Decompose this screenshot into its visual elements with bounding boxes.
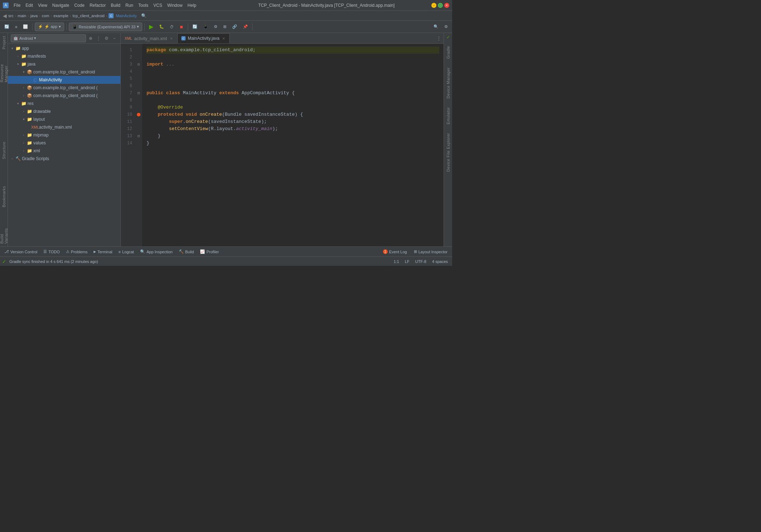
- tree-item-drawable[interactable]: › 📁 drawable: [8, 107, 120, 115]
- device-selector[interactable]: 📱 Resizable (Experimental) API 33 ▾: [69, 23, 142, 31]
- tree-item-mainactivity[interactable]: C MainActivity: [8, 76, 120, 84]
- fold-icon-3[interactable]: ⊟: [138, 62, 140, 67]
- avd-btn[interactable]: 📱: [201, 23, 210, 31]
- expand-arrow-res[interactable]: ▾: [15, 101, 21, 106]
- panel-icon-minimize[interactable]: −: [111, 35, 118, 42]
- sidebar-label-bookmarks[interactable]: Bookmarks: [1, 183, 7, 210]
- menu-code[interactable]: Code: [72, 2, 87, 9]
- code-editor[interactable]: 1 2 3 4 5 6 7 8 9 10 11 12 13 14 ⊟: [121, 44, 444, 246]
- fold-icon-7[interactable]: ⊟: [138, 91, 140, 95]
- menu-run[interactable]: Run: [123, 2, 135, 9]
- tab-close-java[interactable]: ✕: [221, 36, 226, 40]
- debug-button[interactable]: 🐛: [157, 23, 166, 31]
- tree-item-res[interactable]: ▾ 📁 res: [8, 100, 120, 107]
- layout-btn[interactable]: ⊞: [221, 23, 229, 31]
- menu-file[interactable]: File: [11, 2, 23, 9]
- menu-vcs[interactable]: VCS: [151, 2, 164, 9]
- panel-icon-list[interactable]: ⋮: [95, 35, 102, 42]
- sidebar-label-device-manager[interactable]: Device Manager: [446, 64, 450, 101]
- expand-arrow-mipmap[interactable]: ›: [21, 132, 27, 138]
- tab-profiler[interactable]: 📈 Profiler: [197, 247, 222, 257]
- expand-arrow-manifests[interactable]: ›: [15, 53, 21, 59]
- expand-arrow-values[interactable]: ›: [21, 140, 27, 146]
- tree-item-java[interactable]: ▾ 📁 java: [8, 60, 120, 68]
- stop-button[interactable]: ⏹: [177, 23, 186, 31]
- menu-window[interactable]: Window: [165, 2, 185, 9]
- sdk-btn[interactable]: ⚙: [212, 23, 220, 31]
- minimize-button[interactable]: −: [431, 3, 436, 8]
- expand-arrow-package3[interactable]: ›: [21, 93, 27, 99]
- sidebar-label-buildvariants[interactable]: Build Variants: [0, 221, 9, 246]
- toolbar-btn3[interactable]: ⬜: [21, 23, 30, 31]
- maximize-button[interactable]: □: [438, 3, 443, 8]
- expand-arrow-app[interactable]: ▾: [9, 45, 15, 51]
- expand-arrow-java[interactable]: ▾: [15, 61, 21, 67]
- menu-navigate[interactable]: Navigate: [50, 2, 71, 9]
- tab-todo[interactable]: ☰ TODO: [40, 247, 63, 257]
- menu-build[interactable]: Build: [109, 2, 123, 9]
- tab-event-log[interactable]: 1 Event Log: [380, 247, 410, 257]
- breadcrumb-java[interactable]: java: [30, 14, 38, 18]
- menu-view[interactable]: View: [36, 2, 49, 9]
- panel-icon-settings[interactable]: ⚙: [103, 35, 110, 42]
- sidebar-label-project[interactable]: Project: [1, 33, 7, 52]
- breadcrumb-main[interactable]: main: [18, 14, 26, 18]
- expand-arrow-package[interactable]: ▾: [21, 69, 27, 75]
- run-button[interactable]: ▶: [147, 23, 155, 31]
- tree-item-layout[interactable]: ▾ 📁 layout: [8, 115, 120, 123]
- sync-btn2[interactable]: 🔄: [190, 23, 200, 31]
- status-position[interactable]: 1:1: [392, 259, 401, 264]
- search-everywhere-icon[interactable]: 🔍: [141, 13, 147, 18]
- connect-btn[interactable]: 🔗: [230, 23, 239, 31]
- tab-problems[interactable]: ⚠ Problems: [63, 247, 91, 257]
- breadcrumb-example[interactable]: example: [53, 14, 68, 18]
- tab-close-xml[interactable]: ✕: [169, 37, 173, 41]
- sidebar-label-device-file[interactable]: Device File Explorer: [446, 130, 450, 174]
- close-button[interactable]: ✕: [444, 3, 449, 8]
- toolbar-btn2[interactable]: ≡: [13, 23, 19, 31]
- tree-item-gradle[interactable]: › 🔨 Gradle Scripts: [8, 155, 120, 163]
- tree-item-app[interactable]: ▾ 📁 app: [8, 44, 120, 52]
- tree-item-mipmap[interactable]: › 📁 mipmap: [8, 131, 120, 139]
- tab-app-inspection[interactable]: 🔍 App Inspection: [137, 247, 176, 257]
- pin-btn[interactable]: 📌: [241, 23, 250, 31]
- tree-item-activity-xml[interactable]: XML activity_main.xml: [8, 123, 120, 131]
- tree-item-package[interactable]: ▾ 📦 com.example.tcp_client_android: [8, 68, 120, 76]
- breadcrumb-src[interactable]: src: [8, 14, 14, 18]
- profile-button[interactable]: ⏱: [168, 23, 176, 31]
- panel-icon-sync[interactable]: ⊕: [87, 35, 94, 42]
- tab-mainactivity-java[interactable]: C MainActivity.java ✕: [177, 33, 230, 43]
- tabs-overflow-menu[interactable]: ⋮: [434, 35, 444, 41]
- status-indent[interactable]: 4 spaces: [430, 259, 450, 264]
- expand-arrow-layout[interactable]: ▾: [21, 116, 27, 122]
- tab-activity-xml[interactable]: XML activity_main.xml ✕: [121, 33, 177, 43]
- breadcrumb-com[interactable]: com: [42, 14, 49, 18]
- status-line-ending[interactable]: LF: [403, 259, 412, 264]
- menu-refactor[interactable]: Refactor: [87, 2, 108, 9]
- fold-icon-13[interactable]: ⊟: [138, 134, 140, 138]
- tree-item-xml[interactable]: › 📁 xml: [8, 147, 120, 155]
- breakpoint-10[interactable]: [137, 113, 140, 116]
- settings-btn[interactable]: ⚙: [442, 23, 450, 31]
- menu-tools[interactable]: Tools: [136, 2, 150, 9]
- search-btn[interactable]: 🔍: [431, 23, 441, 31]
- tree-item-package3[interactable]: › 📦 com.example.tcp_client_android (: [8, 92, 120, 100]
- breadcrumb-package[interactable]: tcp_client_android: [72, 14, 104, 18]
- expand-arrow-xmlfolder[interactable]: ›: [21, 148, 27, 154]
- expand-arrow-drawable[interactable]: ›: [21, 109, 27, 114]
- tab-layout-inspector[interactable]: ⊞ Layout Inspector: [411, 247, 451, 257]
- sidebar-label-structure[interactable]: Structure: [1, 139, 7, 162]
- expand-arrow-package2[interactable]: ›: [21, 85, 27, 91]
- toolbar-sync-btn[interactable]: 🔄: [2, 23, 11, 31]
- menu-edit[interactable]: Edit: [23, 2, 35, 9]
- breadcrumb-mainactivity[interactable]: MainActivity: [116, 14, 137, 18]
- tab-logcat[interactable]: ≡ Logcat: [115, 247, 137, 257]
- app-selector[interactable]: ⚡ ⚡ app ▾: [35, 23, 64, 31]
- status-encoding[interactable]: UTF-8: [413, 259, 429, 264]
- sidebar-label-emulator[interactable]: Emulator: [446, 104, 450, 127]
- tree-item-manifests[interactable]: › 📁 manifests: [8, 52, 120, 60]
- tab-build[interactable]: 🔨 Build: [176, 247, 197, 257]
- sidebar-label-gradle[interactable]: Gradle: [446, 43, 450, 62]
- tab-version-control[interactable]: ⎇ Version Control: [1, 247, 40, 257]
- tree-item-package2[interactable]: › 📦 com.example.tcp_client_android (: [8, 84, 120, 92]
